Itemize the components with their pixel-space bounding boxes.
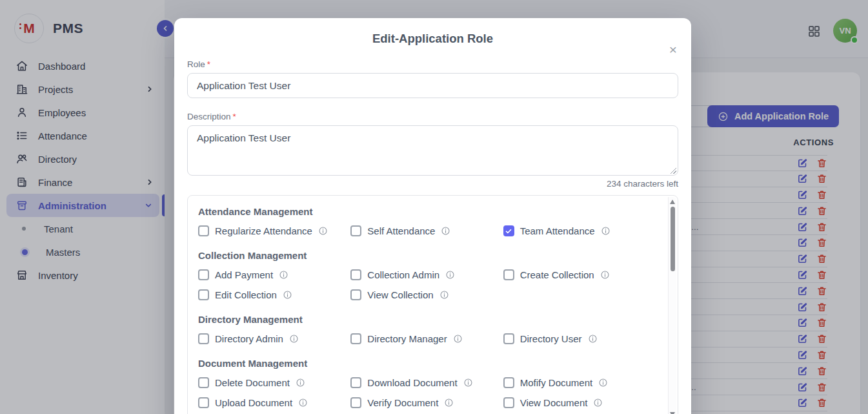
permission-checkbox-item[interactable]: Collection Admin <box>350 269 503 280</box>
checkbox-checked[interactable] <box>503 225 514 236</box>
permission-checkbox-item[interactable]: Directory Manager <box>350 333 503 344</box>
checkbox[interactable] <box>503 397 514 408</box>
info-icon[interactable] <box>283 290 292 300</box>
info-icon[interactable] <box>444 398 454 408</box>
required-asterisk: * <box>233 112 236 121</box>
resize-handle-icon[interactable] <box>671 168 676 174</box>
info-icon[interactable] <box>600 270 610 280</box>
info-icon[interactable] <box>593 398 603 408</box>
required-asterisk: * <box>207 59 210 69</box>
permissions-panel: Attendance Management Regularize Attenda… <box>187 195 678 414</box>
permission-checkbox-item[interactable]: Self Attendance <box>350 225 503 236</box>
checkbox[interactable] <box>350 377 361 388</box>
info-icon[interactable] <box>289 334 299 344</box>
permission-checkbox-item[interactable]: Add Payment <box>198 269 350 280</box>
permission-label: Directory Admin <box>215 333 283 344</box>
checkbox[interactable] <box>198 397 209 408</box>
permission-checkbox-item[interactable]: Regularize Attendance <box>198 225 350 236</box>
permission-label: Verify Document <box>367 397 438 408</box>
permission-label: Directory Manager <box>367 333 447 344</box>
scroll-up-icon[interactable] <box>670 200 675 204</box>
info-icon[interactable] <box>296 378 305 388</box>
checkbox[interactable] <box>350 289 361 300</box>
info-icon[interactable] <box>453 334 463 344</box>
info-icon[interactable] <box>445 270 455 280</box>
permission-checkbox-item[interactable]: Download Document <box>350 377 503 388</box>
permission-section: Attendance Management Regularize Attenda… <box>198 206 656 236</box>
characters-left-counter: 234 characters left <box>187 179 678 189</box>
role-label: Role* <box>187 59 678 69</box>
info-icon[interactable] <box>588 334 598 344</box>
scrollbar-thumb[interactable] <box>671 207 675 271</box>
checkbox[interactable] <box>198 377 209 388</box>
permission-checkbox-item[interactable]: View Document <box>503 397 656 408</box>
permission-checkbox-item[interactable]: Directory User <box>503 333 656 344</box>
info-icon[interactable] <box>601 226 611 236</box>
permission-checkbox-item[interactable]: Directory Admin <box>198 333 350 344</box>
permission-section: Document Management Delete Document Down… <box>198 358 656 408</box>
close-icon[interactable]: × <box>665 41 681 57</box>
permission-checkbox-item[interactable]: Mofify Document <box>503 377 656 388</box>
checkbox[interactable] <box>350 225 361 236</box>
permission-label: Mofify Document <box>520 377 593 388</box>
checkbox[interactable] <box>198 269 209 280</box>
permission-section: Directory Management Directory Admin Dir… <box>198 314 656 344</box>
permission-label: Edit Collection <box>215 289 277 300</box>
checkbox[interactable] <box>350 269 361 280</box>
checkbox[interactable] <box>503 377 514 388</box>
info-icon[interactable] <box>298 398 308 408</box>
info-icon[interactable] <box>463 378 473 388</box>
permission-section-title: Collection Management <box>198 250 656 261</box>
checkbox[interactable] <box>350 397 361 408</box>
permission-checkbox-item[interactable]: View Collection <box>350 289 503 300</box>
permission-label: Delete Document <box>215 377 290 388</box>
modal-title: Edit-Application Role <box>187 32 678 46</box>
permission-label: Create Collection <box>520 269 594 280</box>
checkbox[interactable] <box>198 289 209 300</box>
info-icon[interactable] <box>279 270 288 280</box>
checkbox[interactable] <box>198 333 209 344</box>
permission-label: Download Document <box>367 377 457 388</box>
permission-checkbox-item[interactable]: Verify Document <box>350 397 503 408</box>
checkbox[interactable] <box>503 333 514 344</box>
permission-label: View Document <box>520 397 588 408</box>
permission-label: Directory User <box>520 333 582 344</box>
description-textarea[interactable]: Application Test User <box>187 125 678 176</box>
permission-label: Team Attendance <box>520 225 595 236</box>
info-icon[interactable] <box>439 290 449 300</box>
permission-label: Self Attendance <box>367 225 435 236</box>
application-root: M PMS Dashboard Projects Employees Atten… <box>0 0 868 414</box>
checkbox[interactable] <box>503 269 514 280</box>
permissions-scrollbar[interactable] <box>668 197 676 414</box>
permission-section-title: Attendance Management <box>198 206 656 217</box>
permission-section: Collection Management Add Payment Collec… <box>198 250 656 300</box>
info-icon[interactable] <box>598 378 608 388</box>
permissions-sections: Attendance Management Regularize Attenda… <box>198 206 656 408</box>
permission-checkbox-item[interactable]: Delete Document <box>198 377 350 388</box>
permission-section-title: Document Management <box>198 358 656 369</box>
info-icon[interactable] <box>441 226 450 236</box>
permission-label: Regularize Attendance <box>215 225 312 236</box>
permission-label: Upload Document <box>215 397 292 408</box>
permission-checkbox-item[interactable]: Create Collection <box>503 269 656 280</box>
info-icon[interactable] <box>318 226 328 236</box>
permission-label: Add Payment <box>215 269 273 280</box>
role-input[interactable] <box>187 73 678 98</box>
permission-checkbox-item[interactable]: Edit Collection <box>198 289 350 300</box>
description-label: Description* <box>187 112 678 121</box>
checkbox[interactable] <box>350 333 361 344</box>
edit-application-role-modal: × Edit-Application Role Role* Descriptio… <box>174 18 691 414</box>
permission-checkbox-item[interactable]: Upload Document <box>198 397 350 408</box>
permission-label: View Collection <box>367 289 433 300</box>
permission-checkbox-item[interactable]: Team Attendance <box>503 225 656 236</box>
permission-label: Collection Admin <box>367 269 439 280</box>
permission-section-title: Directory Management <box>198 314 656 325</box>
checkbox[interactable] <box>198 225 209 236</box>
